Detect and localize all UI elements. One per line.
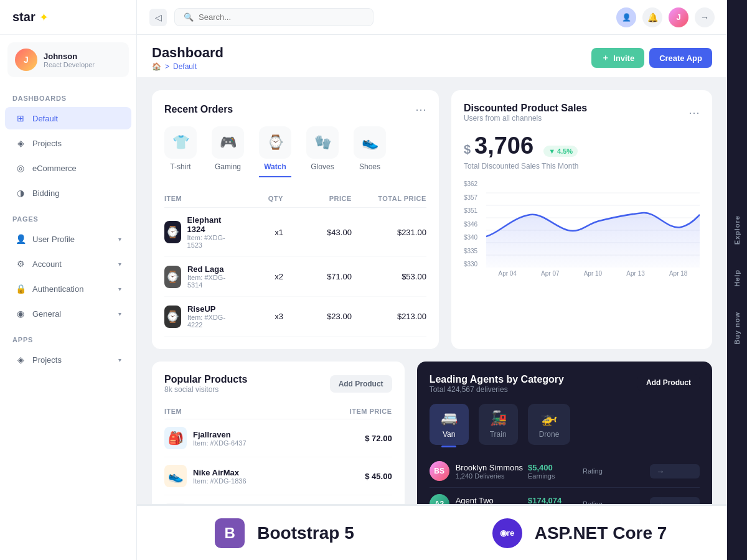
core-logo: ◉re: [492, 518, 522, 548]
user-name: Johnson: [44, 52, 95, 61]
qty-0: x1: [233, 228, 283, 237]
item-cell-1: ⌚ Red Laga Item: #XDG-5314: [164, 264, 227, 289]
price-0: $43.00: [289, 228, 352, 237]
item-img-0: ⌚: [164, 221, 181, 243]
gloves-label: Gloves: [311, 162, 334, 171]
sidebar-item-label: Default: [32, 114, 58, 123]
tab-gloves[interactable]: 🧤 Gloves: [306, 126, 339, 177]
category-tabs: 🚐 Van 🚂 Train 🚁 Drone: [430, 404, 700, 445]
invite-button[interactable]: ＋ Invite: [591, 48, 644, 68]
notifications-button[interactable]: 🔔: [642, 7, 662, 27]
growth-badge: ▼ 4.5%: [543, 146, 578, 157]
search-icon: 🔍: [184, 12, 194, 22]
discount-more-button[interactable]: ⋯: [688, 106, 700, 119]
user-card[interactable]: J Johnson React Developer: [7, 42, 129, 77]
agent-row-1: A2 Agent Two 6,074 Deliveries $174,074 E…: [430, 488, 700, 504]
rating-label-0: Rating: [583, 467, 645, 475]
product-price-1: $ 45.00: [318, 472, 392, 481]
cat-tab-train[interactable]: 🚂 Train: [479, 404, 518, 445]
create-app-button[interactable]: Create App: [649, 48, 712, 68]
orders-more-button[interactable]: ⋯: [415, 103, 426, 116]
sidebar-item-general[interactable]: ◉ General ▾: [5, 302, 131, 325]
topbar: ◁ 🔍 👤 🔔 J →: [137, 0, 727, 35]
col-price-header: ITEM PRICE: [318, 408, 392, 415]
bootstrap-logo: B: [215, 518, 245, 548]
bootstrap-name: Bootstrap 5: [257, 523, 354, 543]
sidebar-item-authentication[interactable]: 🔒 Authentication ▾: [5, 278, 131, 300]
buy-now-button[interactable]: Buy now: [733, 312, 741, 345]
chevron-down-icon: ▾: [118, 236, 121, 243]
item-id-1: Item: #XDG-5314: [187, 274, 227, 289]
currency-symbol: $: [464, 142, 471, 157]
projects-icon: ◈: [15, 138, 26, 149]
sidebar-item-label: Projects: [32, 355, 62, 365]
shoes-label: Shoes: [359, 162, 380, 171]
train-icon: 🚂: [490, 410, 507, 426]
topbar-right: 👤 🔔 J →: [616, 7, 715, 27]
agents-title: Leading Agents by Category: [430, 374, 564, 385]
card-header-orders: Recent Orders ⋯: [164, 103, 426, 116]
col-item-header: ITEM: [164, 408, 312, 415]
search-input[interactable]: [199, 12, 364, 22]
agent-avatar-0: BS: [430, 461, 449, 481]
col-qty: QTY: [233, 195, 283, 202]
product-price-0: $ 72.00: [318, 434, 392, 443]
agent-earnings-0: $5,400: [528, 463, 578, 472]
account-icon: ⚙: [15, 258, 26, 269]
explore-button[interactable]: Explore: [733, 215, 741, 245]
arrow-right-icon: →: [656, 500, 664, 505]
breadcrumb: 🏠 > Default: [152, 62, 223, 71]
help-button[interactable]: Help: [733, 269, 741, 287]
chart-x-labels: Apr 04 Apr 07 Apr 10 Apr 13 Apr 18: [486, 270, 700, 277]
avatar: J: [15, 49, 37, 71]
product-name-1: Nike AirMax: [193, 468, 247, 477]
shoes-icon: 👟: [354, 126, 386, 159]
user-icon: 👤: [15, 233, 26, 245]
agents-add-product-button[interactable]: Add Product: [637, 374, 700, 391]
agent-deliveries-0: 1,240 Deliveries: [456, 472, 523, 480]
leading-agents-card: Leading Agents by Category Total 424,567…: [417, 362, 712, 504]
watch-label: Watch: [264, 162, 286, 171]
cat-tab-van[interactable]: 🚐 Van: [430, 404, 469, 445]
agents-subtitle: Total 424,567 deliveries: [430, 385, 564, 394]
collapse-sidebar-button[interactable]: ◁: [149, 9, 167, 26]
sidebar-item-default[interactable]: ⊞ Default: [5, 107, 131, 129]
order-tabs: 👕 T-shirt 🎮 Gaming ⌚ Watch 🧤 Gloves: [164, 126, 426, 177]
search-box: 🔍: [174, 8, 374, 26]
sidebar-item-projects[interactable]: ◈ Projects: [5, 132, 131, 154]
tab-watch[interactable]: ⌚ Watch: [259, 126, 291, 177]
main-wrapper: ◁ 🔍 👤 🔔 J → Dashboard 🏠 > Default ＋ Invi…: [137, 0, 727, 560]
discount-subtitle: Users from all channels: [464, 114, 587, 123]
table-row: ⌚ Red Laga Item: #XDG-5314 x2 $71.00 $53…: [164, 257, 426, 297]
tab-shoes[interactable]: 👟 Shoes: [354, 126, 386, 177]
sidebar-item-user-profile[interactable]: 👤 User Profile ▾: [5, 228, 131, 250]
sidebar-item-projects-app[interactable]: ◈ Projects ▾: [5, 348, 131, 371]
products-title: Popular Products: [164, 374, 247, 385]
recent-orders-card: Recent Orders ⋯ 👕 T-shirt 🎮 Gaming ⌚: [152, 90, 439, 349]
promo-aspnet: ◉re ASP.NET Core 7: [432, 505, 727, 560]
lock-icon: 🔒: [15, 283, 26, 294]
col-total: TOTAL PRICE: [358, 195, 426, 202]
chevron-down-icon: ▾: [118, 286, 121, 292]
add-product-button[interactable]: Add Product: [330, 375, 392, 393]
tab-tshirt[interactable]: 👕 T-shirt: [164, 126, 197, 177]
item-cell-2: ⌚ RiseUP Item: #XDG-4222: [164, 304, 227, 329]
sidebar-item-bidding[interactable]: ◑ Bidding: [5, 182, 131, 204]
sidebar-item-account[interactable]: ⚙ Account ▾: [5, 253, 131, 275]
sidebar-item-ecommerce[interactable]: ◎ eCommerce: [5, 157, 131, 179]
rating-button-1[interactable]: →: [650, 497, 700, 505]
sales-label: Total Discounted Sales This Month: [464, 162, 700, 170]
tab-gaming[interactable]: 🎮 Gaming: [212, 126, 244, 177]
aspnet-name: ASP.NET Core 7: [535, 523, 667, 543]
total-2: $213.00: [358, 312, 426, 321]
sidebar: star ✦ J Johnson React Developer DASHBOA…: [0, 0, 137, 560]
chevron-down-icon: ▾: [118, 357, 121, 363]
rating-button-0[interactable]: →: [650, 464, 700, 478]
logout-button[interactable]: →: [695, 7, 715, 27]
amount-row: $ 3,706 ▼ 4.5%: [464, 133, 700, 159]
products-subtitle: 8k social visitors: [164, 385, 247, 394]
product-id-0: Item: #XDG-6437: [193, 439, 247, 447]
promo-bar: B Bootstrap 5 ◉re ASP.NET Core 7: [137, 504, 727, 560]
cat-tab-drone[interactable]: 🚁 Drone: [528, 404, 571, 445]
breadcrumb-sep: >: [165, 62, 169, 71]
